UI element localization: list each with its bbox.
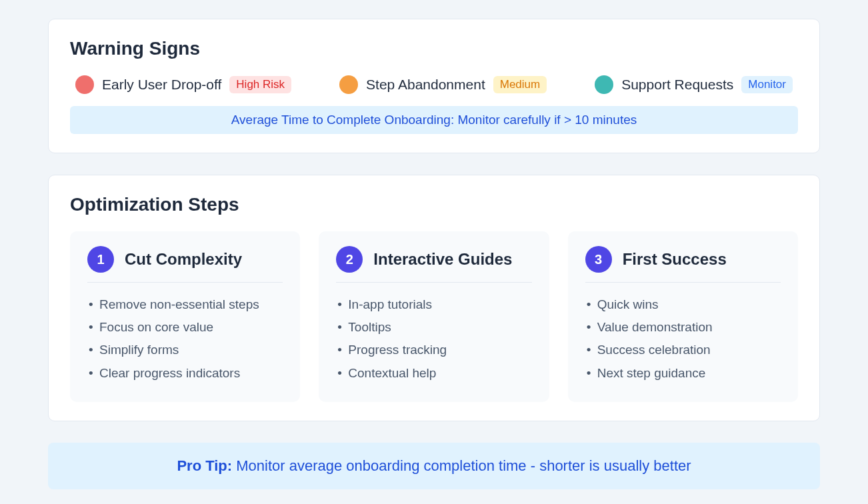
step-header: 3 First Success [585,246,781,283]
step-title: Interactive Guides [373,250,512,269]
step-list-item: Simplify forms [87,339,283,361]
warning-signs-card: Warning Signs Early User Drop-off High R… [48,19,820,153]
step-list-item: Value demonstration [585,316,781,339]
warning-signs-title: Warning Signs [70,38,798,59]
step-list-item: Focus on core value [87,316,283,339]
step-header: 2 Interactive Guides [336,246,531,283]
warning-label: Early User Drop-off [102,77,221,93]
step-list-item: Remove non-essential steps [87,293,283,316]
warning-signs-row: Early User Drop-off High Risk Step Aband… [70,75,798,106]
warning-label: Support Requests [621,77,733,93]
pro-tip-text: Pro Tip: Monitor average onboarding comp… [177,457,691,474]
step-list-item: Contextual help [336,362,531,385]
info-banner: Average Time to Complete Onboarding: Mon… [70,106,798,134]
dot-icon-red [75,75,94,94]
step-card-cut-complexity: 1 Cut Complexity Remove non-essential st… [70,231,300,402]
risk-badge-high: High Risk [229,76,291,93]
optimization-steps-card: Optimization Steps 1 Cut Complexity Remo… [48,175,820,421]
warning-item-support: Support Requests Monitor [595,75,793,94]
step-list-item: Next step guidance [585,362,781,385]
pro-tip-banner: Pro Tip: Monitor average onboarding comp… [48,443,820,489]
risk-badge-medium: Medium [493,76,547,93]
pro-tip-label: Pro Tip: [177,457,232,474]
step-list: In-app tutorials Tooltips Progress track… [336,293,531,385]
step-list-item: Success celebration [585,339,781,361]
risk-badge-monitor: Monitor [741,76,793,93]
warning-item-abandonment: Step Abandonment Medium [339,75,547,94]
step-title: Cut Complexity [125,250,242,269]
warning-label: Step Abandonment [366,77,485,93]
step-list-item: Clear progress indicators [87,362,283,385]
pro-tip-body: Monitor average onboarding completion ti… [232,457,691,474]
dot-icon-orange [339,75,358,94]
step-number-badge: 2 [336,246,363,273]
dot-icon-teal [595,75,613,94]
optimization-steps-title: Optimization Steps [70,194,798,215]
step-list: Quick wins Value demonstration Success c… [585,293,781,385]
step-title: First Success [623,250,727,269]
warning-item-dropoff: Early User Drop-off High Risk [75,75,291,94]
step-card-first-success: 3 First Success Quick wins Value demonst… [568,231,798,402]
step-number-badge: 3 [585,246,612,273]
step-list: Remove non-essential steps Focus on core… [87,293,283,385]
step-number-badge: 1 [87,246,114,273]
step-list-item: In-app tutorials [336,293,531,316]
step-list-item: Tooltips [336,316,531,339]
step-list-item: Quick wins [585,293,781,316]
step-card-interactive-guides: 2 Interactive Guides In-app tutorials To… [319,231,549,402]
steps-row: 1 Cut Complexity Remove non-essential st… [70,231,798,402]
step-list-item: Progress tracking [336,339,531,361]
step-header: 1 Cut Complexity [87,246,283,283]
